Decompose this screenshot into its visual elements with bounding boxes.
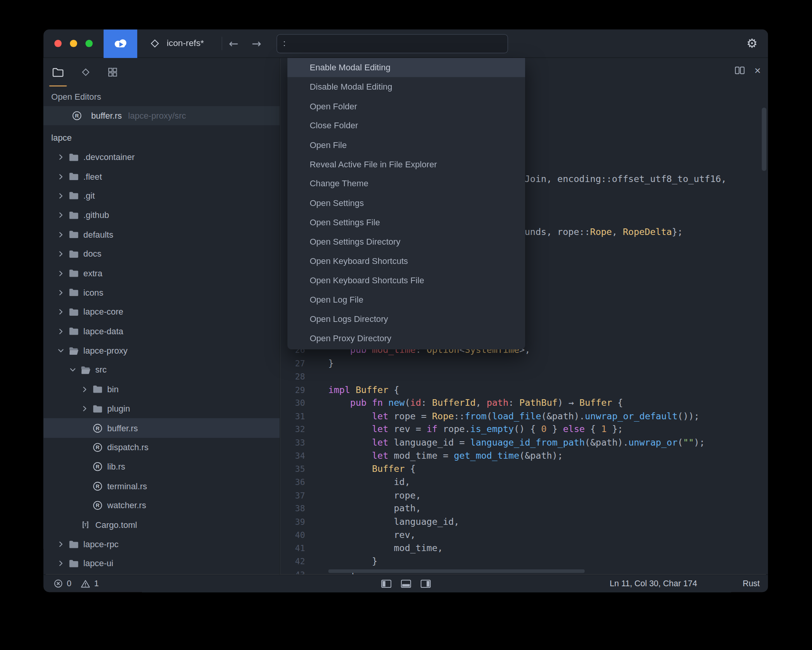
tree-item-dispatch-rs[interactable]: Rdispatch.rs — [43, 438, 280, 457]
tree-item-icons[interactable]: icons — [43, 283, 280, 302]
workspace-root[interactable]: lapce — [43, 128, 280, 148]
tree-item--git[interactable]: .git — [43, 186, 280, 206]
panel-right-icon — [420, 579, 431, 587]
tree-item-terminal-rs[interactable]: Rterminal.rs — [43, 476, 280, 496]
code-line-37[interactable]: 37 rope, — [280, 489, 768, 502]
palette-item[interactable]: Open Settings Directory — [287, 232, 525, 252]
horizontal-scrollbar[interactable] — [328, 569, 585, 573]
code-line-38[interactable]: 38 path, — [280, 502, 768, 515]
folder-open-icon — [68, 347, 79, 355]
code-line-40[interactable]: 40 rev, — [280, 528, 768, 541]
problems-summary[interactable]: 0 1 — [43, 579, 104, 588]
language-mode[interactable]: Rust — [743, 579, 760, 588]
code-line-42[interactable]: 42 } — [280, 555, 768, 568]
palette-item[interactable]: Open Logs Directory — [287, 310, 525, 329]
statusbar-right: Ln 11, Col 30, Char 174 Rust — [610, 579, 768, 588]
code-line-27[interactable]: 27} — [280, 357, 768, 370]
palette-item[interactable]: Open Keyboard Shortcuts File — [287, 271, 525, 290]
close-editor-button[interactable]: × — [754, 66, 761, 75]
lapce-logo-tab[interactable] — [104, 29, 137, 58]
chevron-right-icon — [81, 405, 88, 412]
palette-item[interactable]: Open Keyboard Shortcuts — [287, 252, 525, 271]
code-line-28[interactable]: 28 — [280, 370, 768, 383]
nav-forward-button[interactable]: → — [245, 37, 268, 50]
tree-item-label: plugin — [107, 404, 130, 413]
palette-item[interactable]: Open Log File — [287, 290, 525, 310]
tree-item-cargo-toml[interactable]: TCargo.toml — [43, 515, 280, 534]
palette-item[interactable]: Open Settings File — [287, 213, 525, 232]
source-control-tab[interactable] — [81, 67, 90, 77]
svg-text:T: T — [84, 523, 87, 527]
plugins-tab[interactable] — [108, 67, 118, 77]
forward-icon: → — [252, 37, 261, 50]
toggle-left-panel-button[interactable] — [381, 579, 391, 587]
code-line-39[interactable]: 39 language_id, — [280, 515, 768, 528]
palette-item[interactable]: Change Theme — [287, 174, 525, 193]
code-line-32[interactable]: 32 let rev = if rope.is_empty() { 0 } el… — [280, 423, 768, 436]
workspace-tab[interactable]: icon-refs* — [137, 29, 222, 58]
code-line-31[interactable]: 31 let rope = Rope::from(load_file(&path… — [280, 410, 768, 423]
tree-item-extra[interactable]: extra — [43, 264, 280, 283]
vertical-scrollbar[interactable] — [762, 108, 766, 171]
folder-open-icon — [80, 366, 91, 374]
tree-item-lapce-core[interactable]: lapce-core — [43, 302, 280, 322]
zoom-window-button[interactable] — [85, 40, 93, 47]
chevron-right-icon — [57, 192, 64, 199]
palette-item[interactable]: Reveal Active File in File Explorer — [287, 155, 525, 174]
palette-item[interactable]: Open Proxy Directory — [287, 329, 525, 348]
tree-item-src[interactable]: src — [43, 361, 280, 380]
palette-item[interactable]: Open Settings — [287, 194, 525, 213]
tree-item--fleet[interactable]: .fleet — [43, 167, 280, 186]
toggle-bottom-panel-button[interactable] — [401, 579, 411, 587]
folder-icon — [68, 327, 79, 335]
palette-item[interactable]: Disable Modal Editing — [287, 77, 525, 97]
tree-item--github[interactable]: .github — [43, 206, 280, 225]
command-palette-input[interactable]: : — [276, 34, 508, 53]
code-line-33[interactable]: 33 let language_id = language_id_from_pa… — [280, 436, 768, 449]
toggle-right-panel-button[interactable] — [420, 579, 431, 587]
statusbar: 0 1 Ln 11, Col 30, Char 174 Rust — [43, 575, 768, 592]
code-line-29[interactable]: 29impl Buffer { — [280, 383, 768, 396]
window-controls — [43, 40, 103, 47]
tree-item-label: .devcontainer — [84, 152, 135, 162]
palette-item[interactable]: Open Folder — [287, 97, 525, 116]
open-editor-item[interactable]: R buffer.rs lapce-proxy/src — [43, 106, 280, 126]
tree-item-defaults[interactable]: defaults — [43, 225, 280, 244]
code-line-30[interactable]: 30 pub fn new(id: BufferId, path: PathBu… — [280, 396, 768, 410]
code-line-35[interactable]: 35 Buffer { — [280, 463, 768, 476]
tree-item-buffer-rs[interactable]: Rbuffer.rs — [43, 419, 280, 438]
tree-item-bin[interactable]: bin — [43, 380, 280, 399]
split-editor-button[interactable] — [735, 66, 744, 74]
tree-item-watcher-rs[interactable]: Rwatcher.rs — [43, 496, 280, 515]
file-explorer-tab[interactable] — [52, 68, 63, 77]
line-number: 27 — [280, 357, 305, 370]
nav-back-button[interactable]: ← — [222, 37, 245, 50]
line-number: 41 — [280, 542, 305, 555]
folder-icon — [68, 560, 79, 568]
folder-icon — [68, 172, 79, 180]
tree-item-lapce-rpc[interactable]: lapce-rpc — [43, 534, 280, 554]
minimize-window-button[interactable] — [70, 40, 77, 47]
tree-item--devcontainer[interactable]: .devcontainer — [43, 148, 280, 167]
code-line-36[interactable]: 36 id, — [280, 476, 768, 489]
tree-item-docs[interactable]: docs — [43, 244, 280, 264]
tree-item-lib-rs[interactable]: Rlib.rs — [43, 457, 280, 476]
folder-icon — [68, 308, 79, 316]
tree-item-label: src — [95, 365, 106, 375]
cursor-position[interactable]: Ln 11, Col 30, Char 174 — [610, 579, 697, 588]
open-editors-header[interactable]: Open Editors — [43, 87, 280, 106]
code-text: rev, — [328, 528, 416, 541]
palette-item[interactable]: Enable Modal Editing — [287, 58, 525, 77]
settings-button[interactable]: ⚙ — [747, 36, 758, 51]
palette-item[interactable]: Close Folder — [287, 116, 525, 135]
code-line-34[interactable]: 34 let mod_time = get_mod_time(&path); — [280, 449, 768, 462]
tree-item-lapce-proxy[interactable]: lapce-proxy — [43, 341, 280, 360]
tree-item-plugin[interactable]: plugin — [43, 399, 280, 419]
tree-item-lapce-data[interactable]: lapce-data — [43, 322, 280, 341]
palette-item[interactable]: Open File — [287, 135, 525, 155]
close-window-button[interactable] — [55, 40, 62, 47]
code-line-41[interactable]: 41 mod_time, — [280, 542, 768, 555]
tree-item-label: lapce-proxy — [84, 346, 128, 356]
tree-item-lapce-ui[interactable]: lapce-ui — [43, 554, 280, 573]
gear-icon: ⚙ — [747, 36, 758, 51]
